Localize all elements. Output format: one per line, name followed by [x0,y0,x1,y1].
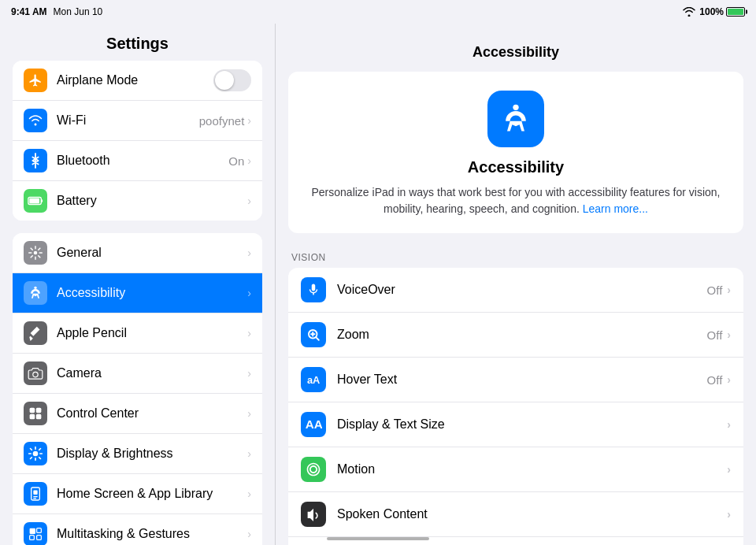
sidebar[interactable]: Settings Airplane Mode [0,24,276,545]
battery-settings-icon [24,189,47,213]
svg-point-4 [34,251,38,255]
wifi-icon [683,7,695,17]
svg-rect-8 [36,408,42,413]
sidebar-item-general[interactable]: General › [13,233,262,273]
battery-status: 100% [699,6,745,17]
voiceover-chevron: › [727,284,731,296]
svg-rect-7 [30,408,35,413]
svg-point-24 [513,105,518,110]
display-text-size-icon: AA [301,412,326,437]
hero-card: Accessibility Personalize iPad in ways t… [288,72,743,233]
display-text-size-label: Display & Text Size [337,417,727,432]
sidebar-group-system: General › Accessibility › Apple Penc [13,233,262,545]
display-brightness-label: Display & Brightness [57,447,247,461]
sidebar-item-home-screen[interactable]: Home Screen & App Library › [13,474,262,514]
motion-label: Motion [337,462,727,476]
status-date: Mon Jun 10 [54,6,103,17]
zoom-row[interactable]: Zoom Off › [288,313,743,358]
display-text-size-chevron: › [727,418,731,431]
svg-rect-19 [37,536,42,540]
motion-row[interactable]: Motion › [288,447,743,492]
zoom-chevron: › [727,328,731,341]
hover-text-icon: aA [301,367,326,392]
vision-section: VISION VoiceOver Off › [288,252,743,545]
bluetooth-icon [24,149,47,172]
svg-point-6 [33,372,38,376]
hero-description: Personalize iPad in ways that work best … [304,184,728,217]
control-center-label: Control Center [57,406,247,421]
general-icon [24,241,47,265]
apple-pencil-chevron: › [247,327,251,339]
sidebar-item-battery[interactable]: Battery › [13,181,262,221]
zoom-label: Zoom [337,328,707,342]
bluetooth-chevron: › [247,154,251,167]
camera-icon [24,361,47,385]
svg-rect-17 [37,528,42,533]
ipad-frame: 9:41 AM Mon Jun 10 100% Settings [0,0,756,545]
apple-pencil-icon [24,321,47,345]
voiceover-value: Off [707,284,723,297]
sidebar-item-display-brightness[interactable]: Display & Brightness › [13,434,262,474]
svg-rect-10 [36,414,42,420]
accessibility-settings-label: Accessibility [57,286,247,300]
voiceover-label: VoiceOver [337,283,707,297]
learn-more-link[interactable]: Learn more... [583,202,648,215]
wifi-label: Wi-Fi [57,113,199,128]
wifi-settings-icon [24,109,47,132]
status-right: 100% [683,6,745,17]
voiceover-icon [301,277,326,302]
display-brightness-chevron: › [247,447,251,460]
display-text-size-row[interactable]: AA Display & Text Size › [288,402,743,447]
content-area: Settings Airplane Mode [0,24,756,545]
spoken-content-row[interactable]: Spoken Content › [288,492,743,537]
svg-line-26 [316,337,318,339]
sidebar-item-multitasking[interactable]: Multitasking & Gestures › [13,514,262,545]
svg-rect-9 [30,414,35,420]
accessibility-chevron: › [247,287,251,299]
battery-percent: 100% [699,6,724,17]
bluetooth-label: Bluetooth [57,154,228,168]
hover-text-value: Off [707,373,723,387]
bluetooth-value: On [228,154,244,168]
motion-icon [301,457,326,482]
vision-section-label: VISION [291,252,740,263]
battery-settings-label: Battery [57,194,247,208]
general-label: General [57,246,247,260]
sidebar-item-apple-pencil[interactable]: Apple Pencil › [13,313,262,354]
sidebar-item-airplane-mode[interactable]: Airplane Mode [13,61,262,101]
home-indicator [327,537,429,540]
battery-chevron: › [247,195,251,207]
svg-rect-13 [33,491,37,495]
accessibility-settings-icon [24,281,47,305]
sidebar-item-control-center[interactable]: Control Center › [13,394,262,434]
main-content: Accessibility Accessibility Personalize … [276,24,756,545]
airplane-mode-toggle[interactable] [213,69,251,91]
svg-rect-16 [30,528,35,534]
sidebar-item-camera[interactable]: Camera › [13,354,262,394]
wifi-value: poofynet [199,114,245,128]
apple-pencil-label: Apple Pencil [57,326,247,340]
svg-rect-3 [29,198,39,203]
motion-chevron: › [727,463,731,476]
voiceover-row[interactable]: VoiceOver Off › [288,268,743,313]
control-center-icon [24,402,47,425]
hover-text-label: Hover Text [337,373,707,387]
home-screen-icon [24,482,47,506]
airplane-mode-icon [24,69,47,92]
spoken-content-icon [301,502,326,527]
sidebar-item-wifi[interactable]: Wi-Fi poofynet › [13,101,262,141]
airplane-mode-label: Airplane Mode [57,73,213,87]
hover-text-chevron: › [727,373,731,386]
vision-settings-group: VoiceOver Off › Zoom Off › [288,268,743,545]
sidebar-item-bluetooth[interactable]: Bluetooth On › [13,141,262,181]
spoken-content-chevron: › [727,508,731,521]
hover-text-row[interactable]: aA Hover Text Off › [288,358,743,402]
sidebar-item-accessibility[interactable]: Accessibility › [13,273,262,313]
camera-label: Camera [57,366,247,380]
multitasking-label: Multitasking & Gestures [57,527,247,541]
hero-title: Accessibility [304,158,728,176]
svg-text:AA: AA [306,418,322,431]
multitasking-icon [24,522,47,545]
multitasking-chevron: › [247,528,251,540]
hero-accessibility-icon [487,91,544,147]
